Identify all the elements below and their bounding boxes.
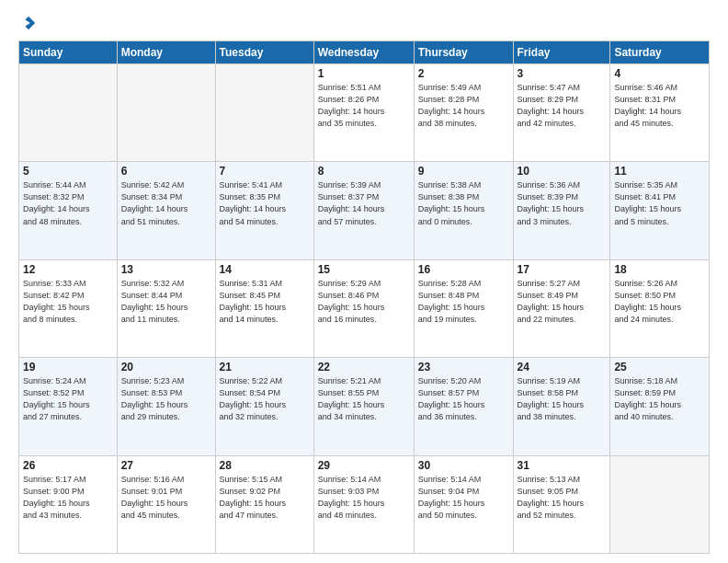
day-info: Sunrise: 5:29 AMSunset: 8:46 PMDaylight:… <box>318 278 410 326</box>
day-info: Sunrise: 5:51 AMSunset: 8:26 PMDaylight:… <box>318 82 410 130</box>
day-number: 17 <box>518 263 607 276</box>
day-info: Sunrise: 5:42 AMSunset: 8:34 PMDaylight:… <box>121 179 211 227</box>
day-number: 8 <box>318 165 410 178</box>
day-number: 5 <box>23 165 113 178</box>
calendar-cell: 22Sunrise: 5:21 AMSunset: 8:55 PMDayligh… <box>313 358 414 455</box>
day-info: Sunrise: 5:41 AMSunset: 8:35 PMDaylight:… <box>220 179 310 227</box>
day-number: 11 <box>614 165 705 178</box>
day-number: 10 <box>518 165 607 178</box>
calendar-cell: 12Sunrise: 5:33 AMSunset: 8:42 PMDayligh… <box>19 259 118 357</box>
day-number: 14 <box>220 263 310 276</box>
day-number: 12 <box>23 263 113 276</box>
header-day-tuesday: Tuesday <box>215 41 313 64</box>
day-info: Sunrise: 5:13 AMSunset: 9:05 PMDaylight:… <box>518 474 607 522</box>
day-number: 20 <box>121 361 211 373</box>
page: SundayMondayTuesdayWednesdayThursdayFrid… <box>0 0 728 563</box>
day-info: Sunrise: 5:36 AMSunset: 8:39 PMDaylight:… <box>518 179 607 227</box>
day-number: 2 <box>418 67 509 80</box>
header-day-friday: Friday <box>513 41 610 64</box>
day-number: 19 <box>23 361 113 373</box>
day-number: 22 <box>318 361 410 373</box>
day-info: Sunrise: 5:33 AMSunset: 8:42 PMDaylight:… <box>23 278 113 326</box>
day-info: Sunrise: 5:49 AMSunset: 8:28 PMDaylight:… <box>418 82 509 130</box>
day-number: 13 <box>121 263 211 276</box>
calendar-cell: 4Sunrise: 5:46 AMSunset: 8:31 PMDaylight… <box>610 64 710 162</box>
day-info: Sunrise: 5:35 AMSunset: 8:41 PMDaylight:… <box>614 179 705 227</box>
week-row-3: 19Sunrise: 5:24 AMSunset: 8:52 PMDayligh… <box>19 358 710 455</box>
day-number: 4 <box>614 67 705 80</box>
calendar-cell: 27Sunrise: 5:16 AMSunset: 9:01 PMDayligh… <box>117 455 215 553</box>
day-number: 18 <box>614 263 705 276</box>
day-number: 3 <box>518 67 607 80</box>
header-day-saturday: Saturday <box>610 41 710 64</box>
calendar-cell: 9Sunrise: 5:38 AMSunset: 8:38 PMDaylight… <box>414 162 513 259</box>
calendar-cell: 2Sunrise: 5:49 AMSunset: 8:28 PMDaylight… <box>414 64 513 162</box>
calendar-table: SundayMondayTuesdayWednesdayThursdayFrid… <box>18 40 710 554</box>
calendar-body: 1Sunrise: 5:51 AMSunset: 8:26 PMDaylight… <box>19 64 710 554</box>
calendar-cell: 10Sunrise: 5:36 AMSunset: 8:39 PMDayligh… <box>513 162 610 259</box>
calendar-cell: 5Sunrise: 5:44 AMSunset: 8:32 PMDaylight… <box>19 162 118 259</box>
calendar-cell: 6Sunrise: 5:42 AMSunset: 8:34 PMDaylight… <box>117 162 215 259</box>
calendar-cell: 29Sunrise: 5:14 AMSunset: 9:03 PMDayligh… <box>313 455 414 553</box>
day-number: 1 <box>318 67 410 80</box>
day-info: Sunrise: 5:24 AMSunset: 8:52 PMDaylight:… <box>23 375 113 423</box>
logo <box>18 15 37 31</box>
day-info: Sunrise: 5:26 AMSunset: 8:50 PMDaylight:… <box>614 278 705 326</box>
day-number: 30 <box>418 459 509 472</box>
calendar-cell: 18Sunrise: 5:26 AMSunset: 8:50 PMDayligh… <box>610 259 710 357</box>
header <box>18 15 710 31</box>
calendar-cell: 16Sunrise: 5:28 AMSunset: 8:48 PMDayligh… <box>414 259 513 357</box>
header-day-monday: Monday <box>117 41 215 64</box>
week-row-4: 26Sunrise: 5:17 AMSunset: 9:00 PMDayligh… <box>19 455 710 553</box>
calendar-cell: 13Sunrise: 5:32 AMSunset: 8:44 PMDayligh… <box>117 259 215 357</box>
header-row: SundayMondayTuesdayWednesdayThursdayFrid… <box>19 41 710 64</box>
day-number: 6 <box>121 165 211 178</box>
calendar-cell: 11Sunrise: 5:35 AMSunset: 8:41 PMDayligh… <box>610 162 710 259</box>
day-number: 23 <box>418 361 509 373</box>
week-row-0: 1Sunrise: 5:51 AMSunset: 8:26 PMDaylight… <box>19 64 710 162</box>
calendar-cell <box>117 64 215 162</box>
calendar-cell: 14Sunrise: 5:31 AMSunset: 8:45 PMDayligh… <box>215 259 313 357</box>
day-info: Sunrise: 5:14 AMSunset: 9:03 PMDaylight:… <box>318 474 410 522</box>
logo-icon <box>20 15 37 31</box>
day-number: 31 <box>518 459 607 472</box>
calendar-cell: 25Sunrise: 5:18 AMSunset: 8:59 PMDayligh… <box>610 358 710 455</box>
day-number: 9 <box>418 165 509 178</box>
calendar-cell: 21Sunrise: 5:22 AMSunset: 8:54 PMDayligh… <box>215 358 313 455</box>
day-info: Sunrise: 5:32 AMSunset: 8:44 PMDaylight:… <box>121 278 211 326</box>
calendar-cell: 23Sunrise: 5:20 AMSunset: 8:57 PMDayligh… <box>414 358 513 455</box>
day-number: 29 <box>318 459 410 472</box>
week-row-2: 12Sunrise: 5:33 AMSunset: 8:42 PMDayligh… <box>19 259 710 357</box>
calendar-header: SundayMondayTuesdayWednesdayThursdayFrid… <box>19 41 710 64</box>
calendar-cell: 26Sunrise: 5:17 AMSunset: 9:00 PMDayligh… <box>19 455 118 553</box>
day-info: Sunrise: 5:38 AMSunset: 8:38 PMDaylight:… <box>418 179 509 227</box>
day-info: Sunrise: 5:20 AMSunset: 8:57 PMDaylight:… <box>418 375 509 423</box>
day-info: Sunrise: 5:23 AMSunset: 8:53 PMDaylight:… <box>121 375 211 423</box>
day-info: Sunrise: 5:46 AMSunset: 8:31 PMDaylight:… <box>614 82 705 130</box>
calendar-cell <box>19 64 118 162</box>
calendar-cell: 19Sunrise: 5:24 AMSunset: 8:52 PMDayligh… <box>19 358 118 455</box>
day-info: Sunrise: 5:16 AMSunset: 9:01 PMDaylight:… <box>121 474 211 522</box>
header-day-thursday: Thursday <box>414 41 513 64</box>
day-info: Sunrise: 5:21 AMSunset: 8:55 PMDaylight:… <box>318 375 410 423</box>
calendar-cell: 20Sunrise: 5:23 AMSunset: 8:53 PMDayligh… <box>117 358 215 455</box>
header-day-wednesday: Wednesday <box>313 41 414 64</box>
day-info: Sunrise: 5:14 AMSunset: 9:04 PMDaylight:… <box>418 474 509 522</box>
calendar-cell: 8Sunrise: 5:39 AMSunset: 8:37 PMDaylight… <box>313 162 414 259</box>
day-info: Sunrise: 5:18 AMSunset: 8:59 PMDaylight:… <box>614 375 705 423</box>
day-number: 27 <box>121 459 211 472</box>
calendar-cell: 15Sunrise: 5:29 AMSunset: 8:46 PMDayligh… <box>313 259 414 357</box>
day-info: Sunrise: 5:22 AMSunset: 8:54 PMDaylight:… <box>220 375 310 423</box>
calendar-cell: 7Sunrise: 5:41 AMSunset: 8:35 PMDaylight… <box>215 162 313 259</box>
day-number: 24 <box>518 361 607 373</box>
day-number: 21 <box>220 361 310 373</box>
calendar-cell: 28Sunrise: 5:15 AMSunset: 9:02 PMDayligh… <box>215 455 313 553</box>
day-info: Sunrise: 5:47 AMSunset: 8:29 PMDaylight:… <box>518 82 607 130</box>
day-info: Sunrise: 5:28 AMSunset: 8:48 PMDaylight:… <box>418 278 509 326</box>
week-row-1: 5Sunrise: 5:44 AMSunset: 8:32 PMDaylight… <box>19 162 710 259</box>
logo-text <box>18 15 37 31</box>
calendar-cell: 17Sunrise: 5:27 AMSunset: 8:49 PMDayligh… <box>513 259 610 357</box>
header-day-sunday: Sunday <box>19 41 118 64</box>
day-number: 7 <box>220 165 310 178</box>
calendar-cell <box>215 64 313 162</box>
